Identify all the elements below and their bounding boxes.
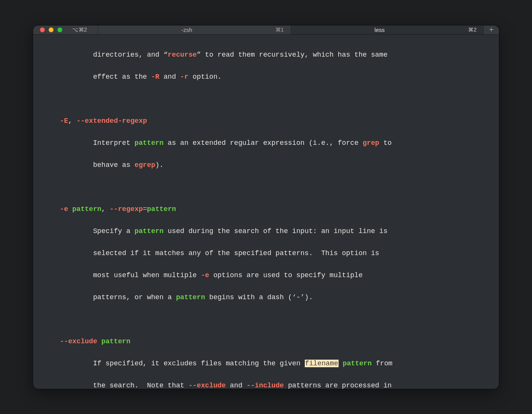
blank-line xyxy=(34,182,498,193)
arg-pattern: pattern xyxy=(72,205,101,213)
new-tab-button[interactable]: + xyxy=(483,25,499,34)
tab-title: less xyxy=(291,27,469,33)
tab-less[interactable]: less ⌘2 xyxy=(291,25,483,34)
manpage-line: Specify a pattern used during the search… xyxy=(34,226,498,237)
manpage-line: patterns, or when a pattern begins with … xyxy=(34,292,498,303)
highlight-recurse: recurse xyxy=(168,51,196,59)
tab-title: -zsh xyxy=(98,27,276,33)
zoom-icon[interactable] xyxy=(57,27,62,32)
titlebar: ⌥⌘2 -zsh ⌘1 less ⌘2 + xyxy=(33,25,499,35)
manpage-line: effect as the -R and -r option. xyxy=(34,71,498,82)
keyword-grep: grep xyxy=(363,139,379,147)
keyword-egrep: egrep xyxy=(135,161,155,169)
manpage-line: directories, and “recurse” to read them … xyxy=(34,49,498,60)
arg-pattern: pattern xyxy=(101,338,130,345)
option-R: -R xyxy=(151,73,160,81)
window-shortcut-hint: ⌥⌘2 xyxy=(68,25,98,34)
terminal-content[interactable]: directories, and “recurse” to read them … xyxy=(33,35,499,389)
option-regexp: --regexp= xyxy=(110,205,147,213)
close-icon[interactable] xyxy=(40,27,45,32)
minimize-icon[interactable] xyxy=(49,27,54,32)
tab-shortcut: ⌘2 xyxy=(468,27,477,33)
blank-line xyxy=(34,94,498,105)
arg-pattern: pattern xyxy=(135,139,163,147)
tab-zsh[interactable]: -zsh ⌘1 xyxy=(98,25,290,34)
manpage-line: selected if it matches any of the specif… xyxy=(34,248,498,259)
option-e: -e xyxy=(201,271,209,279)
option-heading: -E, --extended-regexp xyxy=(34,116,498,127)
option-heading: --exclude pattern xyxy=(34,336,498,347)
option-heading: -e pattern, --regexp=pattern xyxy=(34,204,498,215)
option-extended-regexp: --extended-regexp xyxy=(76,117,147,125)
arg-pattern: pattern xyxy=(135,227,163,235)
manpage-line: the search. Note that --exclude and --in… xyxy=(34,380,498,389)
blank-line xyxy=(34,314,498,325)
manpage-line: If specified, it excludes files matching… xyxy=(34,358,498,369)
traffic-lights xyxy=(33,25,68,34)
option-include: --include xyxy=(247,382,284,389)
arg-pattern: pattern xyxy=(343,360,372,367)
option-e: -e xyxy=(60,205,68,213)
arg-pattern: pattern xyxy=(176,293,205,301)
tab-shortcut: ⌘1 xyxy=(276,27,284,33)
option-exclude: --exclude xyxy=(188,382,226,389)
terminal-window: ⌥⌘2 -zsh ⌘1 less ⌘2 + directories, and “… xyxy=(33,25,499,389)
manpage-line: most useful when multiple -e options are… xyxy=(34,270,498,281)
search-match-filename: filename xyxy=(305,360,339,367)
option-E: -E xyxy=(60,117,68,125)
manpage-line: Interpret pattern as an extended regular… xyxy=(34,138,498,149)
manpage-line: behave as egrep). xyxy=(34,160,498,171)
option-r: -r xyxy=(180,73,188,81)
tabs: -zsh ⌘1 less ⌘2 xyxy=(98,25,483,34)
option-exclude: --exclude xyxy=(60,338,97,345)
arg-pattern: pattern xyxy=(147,205,176,213)
